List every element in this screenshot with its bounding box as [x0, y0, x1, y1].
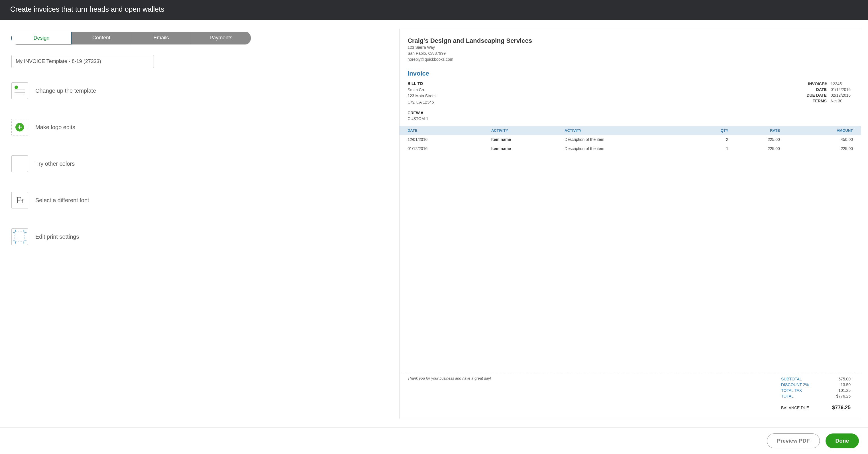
design-panel: Design Content Emails Payments Change up… [0, 20, 399, 427]
tab-bar: Design Content Emails Payments [11, 32, 251, 45]
print-settings-icon [11, 228, 28, 245]
invoice-preview: Craig's Design and Landscaping Services … [399, 29, 861, 419]
option-label: Change up the template [35, 88, 96, 94]
option-label: Edit print settings [35, 233, 79, 240]
tab-design[interactable]: Design [11, 32, 71, 45]
document-title: Invoice [407, 70, 853, 77]
bill-to-block: BILL TO Smith Co. 123 Main Street City, … [407, 81, 436, 106]
add-logo-icon [11, 119, 28, 136]
table-row: 12/01/2016 Item name Description of the … [400, 135, 861, 144]
option-try-colors[interactable]: Try other colors [11, 155, 388, 172]
option-label: Make logo edits [35, 124, 75, 131]
preview-pdf-button[interactable]: Preview PDF [767, 433, 819, 448]
template-name-input[interactable] [11, 55, 154, 68]
template-icon [11, 82, 28, 99]
table-row: 01/12/2016 Item name Description of the … [400, 144, 861, 153]
option-label: Select a different font [35, 197, 89, 204]
thank-you-note: Thank you for your business and have a g… [407, 376, 491, 411]
totals-block: SUBTOTAL675.00 DISCOUNT 2%-13.50 TOTAL T… [779, 376, 853, 411]
invoice-preview-panel: Craig's Design and Landscaping Services … [399, 20, 868, 427]
option-print-settings[interactable]: Edit print settings [11, 228, 388, 245]
line-items-table: DATE ACTIVITY ACTIVITY QTY RATE AMOUNT 1… [400, 126, 861, 153]
table-filler [400, 153, 861, 372]
tab-payments[interactable]: Payments [191, 32, 251, 45]
option-change-template[interactable]: Change up the template [11, 82, 388, 99]
invoice-meta: INVOICE#12345 DATE01/12/2016 DUE DATE02/… [804, 81, 853, 106]
option-select-font[interactable]: Ff Select a different font [11, 192, 388, 208]
done-button[interactable]: Done [826, 433, 859, 448]
color-palette-icon [11, 155, 28, 172]
custom-field: CREW # CUSTOM-1 [407, 111, 853, 121]
tab-emails[interactable]: Emails [131, 32, 191, 45]
tab-content[interactable]: Content [71, 32, 131, 45]
footer-bar: Preview PDF Done [0, 427, 868, 454]
option-make-logo-edits[interactable]: Make logo edits [11, 119, 388, 136]
company-name: Craig's Design and Landscaping Services [407, 37, 853, 45]
font-icon: Ff [11, 192, 28, 208]
company-address: 123 Sierra Way San Pablo, CA 87999 norep… [407, 45, 853, 62]
table-header-row: DATE ACTIVITY ACTIVITY QTY RATE AMOUNT [400, 126, 861, 135]
page-title: Create invoices that turn heads and open… [0, 0, 868, 20]
option-label: Try other colors [35, 161, 75, 167]
